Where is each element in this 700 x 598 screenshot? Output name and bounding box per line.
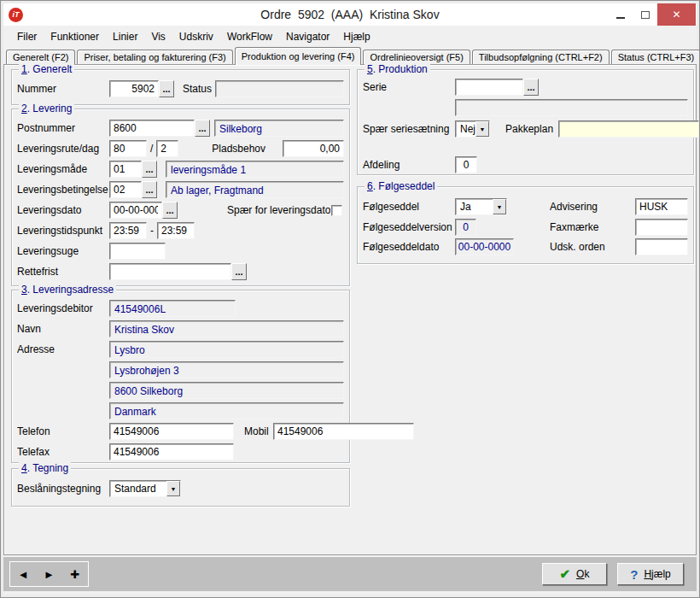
postnummer-label: Postnummer xyxy=(17,122,109,134)
maximize-button[interactable] xyxy=(633,3,657,26)
tab-produktion-levering[interactable]: Produktion og levering (F4) xyxy=(235,47,362,65)
chevron-down-icon[interactable]: ▼ xyxy=(166,481,180,496)
help-button[interactable]: ? Hjælp xyxy=(617,563,684,585)
bottom-bar: ◄ ► ✚ ✔ Ok ? Hjælp xyxy=(3,556,697,591)
beslaaningstegning-dropdown[interactable]: Standard ▼ xyxy=(109,480,181,497)
leveringsuge-input[interactable] xyxy=(109,243,166,260)
menu-filer[interactable]: Filer xyxy=(10,29,44,44)
leveringsmaade-input[interactable] xyxy=(109,161,142,178)
udsk-orden-label: Udsk. orden xyxy=(550,241,635,253)
menu-funktioner[interactable]: Funktioner xyxy=(44,29,106,44)
afdeling-input[interactable] xyxy=(455,156,477,173)
advisering-input[interactable] xyxy=(635,198,688,215)
spaer-leveringsdato-checkbox[interactable] xyxy=(331,205,342,216)
adresse1-display: Lysbro xyxy=(109,341,344,358)
status-label: Status xyxy=(183,83,215,95)
foelgeseddeldato-display: 00-00-0000 xyxy=(455,238,514,255)
previous-record-button[interactable]: ◄ xyxy=(14,568,32,581)
tab-generelt[interactable]: Generelt (F2) xyxy=(6,50,75,64)
record-navigator: ◄ ► ✚ xyxy=(9,561,89,587)
group-tegning-legend: 4. Tegning xyxy=(19,462,71,474)
next-record-button[interactable]: ► xyxy=(39,568,58,581)
menu-bar: Filer Funktioner Linier Vis Udskriv Work… xyxy=(3,27,697,46)
menu-vis[interactable]: Vis xyxy=(144,29,172,44)
tab-priser-betaling[interactable]: Priser, betaling og fakturering (F3) xyxy=(77,50,232,64)
rettefrist-input[interactable] xyxy=(109,263,231,280)
group-tegning: 4. Tegning Beslåningstegning Standard ▼ xyxy=(11,468,350,507)
leveringsbetingelse-browse-button[interactable]: ... xyxy=(142,181,157,198)
postnummer-browse-button[interactable]: ... xyxy=(195,120,210,137)
minimize-button[interactable] xyxy=(608,3,633,26)
udsk-orden-input[interactable] xyxy=(635,238,688,255)
nummer-browse-button[interactable]: ... xyxy=(159,80,174,97)
menu-workflow[interactable]: WorkFlow xyxy=(220,29,279,44)
leveringsdato-browse-button[interactable]: ... xyxy=(162,202,178,219)
tid-separator: - xyxy=(150,225,154,237)
spaer-leveringsdato-label: Spær for leveringsdato xyxy=(227,204,330,216)
ok-button[interactable]: ✔ Ok xyxy=(542,563,607,585)
leveringsbetingelse-label: Leveringsbetingelse xyxy=(17,184,109,196)
serie-input[interactable] xyxy=(455,79,523,96)
leveringsrute-label: Leveringsrute/dag xyxy=(17,143,109,155)
rute-dag-separator: / xyxy=(150,143,153,155)
beslaaningstegning-label: Beslåningstegning xyxy=(17,483,109,495)
leveringsdebitor-display: 41549006L xyxy=(109,300,236,317)
leveringsrute-input[interactable] xyxy=(109,140,147,157)
pladsbehov-label: Pladsbehov xyxy=(212,143,265,155)
app-logo-text: iT xyxy=(13,10,20,19)
pladsbehov-input[interactable] xyxy=(283,140,344,157)
chevron-down-icon[interactable]: ▼ xyxy=(493,199,506,214)
advisering-label: Advisering xyxy=(550,201,635,213)
postnummer-input[interactable] xyxy=(109,120,195,137)
nummer-label: Nummer xyxy=(17,83,109,95)
group-produktion-legend: 5. Produktion xyxy=(365,63,430,75)
telefax-input[interactable] xyxy=(109,443,234,460)
afdeling-label: Afdeling xyxy=(363,159,455,171)
serie-browse-button[interactable]: ... xyxy=(523,79,539,96)
leveringstid-fra-input[interactable] xyxy=(109,222,147,239)
mobil-input[interactable] xyxy=(273,423,414,440)
menu-hjaelp[interactable]: Hjælp xyxy=(336,29,376,44)
maximize-icon xyxy=(641,11,650,19)
leveringsbetingelse-display: Ab lager, Fragtmand xyxy=(166,181,344,198)
leveringsmaade-browse-button[interactable]: ... xyxy=(142,161,157,178)
spaer-seriesaetning-dropdown[interactable]: Nej ▼ xyxy=(455,120,490,138)
group-produktion: 5. Produktion Serie ... Spær seriesætnin… xyxy=(357,69,694,175)
pakkeplan-input[interactable] xyxy=(558,120,699,138)
menu-linier[interactable]: Linier xyxy=(106,29,144,44)
close-button[interactable]: ✕ xyxy=(657,3,696,26)
tab-tilbudsopfoelgning[interactable]: Tilbudsopfølgning (CTRL+F2) xyxy=(472,50,610,64)
mobil-label: Mobil xyxy=(244,425,273,437)
question-mark-icon: ? xyxy=(630,567,638,582)
menu-navigator[interactable]: Navigator xyxy=(279,29,336,44)
foelgeseddel-label: Følgeseddel xyxy=(363,201,455,213)
telefax-label: Telefax xyxy=(17,446,109,458)
tab-status[interactable]: Status (CTRL+F3) xyxy=(611,50,700,64)
pakkeplan-label: Pakkeplan xyxy=(505,123,558,135)
tab-content-panel: 1. Generelt Nummer ... Status 2. Leverin… xyxy=(3,64,697,555)
navn-label: Navn xyxy=(17,323,109,335)
nummer-input[interactable] xyxy=(109,80,159,97)
leveringsdato-input[interactable] xyxy=(109,202,162,219)
serie-text-display xyxy=(455,99,688,116)
leveringsdebitor-label: Leveringsdebitor xyxy=(17,302,109,314)
leveringsdag-input[interactable] xyxy=(156,140,178,157)
leveringstid-til-input[interactable] xyxy=(157,222,195,239)
adresse-label: Adresse xyxy=(17,343,109,355)
foelgeseddelversion-display: 0 xyxy=(455,219,476,236)
close-icon: ✕ xyxy=(672,9,680,21)
tab-ordrelinieoversigt[interactable]: Ordrelinieoversigt (F5) xyxy=(363,50,470,64)
foelgeseddel-dropdown[interactable]: Ja ▼ xyxy=(455,198,507,215)
rettefrist-browse-button[interactable]: ... xyxy=(231,263,247,280)
serie-label: Serie xyxy=(363,81,455,93)
faxmaerke-label: Faxmærke xyxy=(550,221,635,233)
menu-udskriv[interactable]: Udskriv xyxy=(172,29,220,44)
telefon-input[interactable] xyxy=(109,423,234,440)
group-levering: 2. Levering Postnummer ... Silkeborg Lev… xyxy=(11,108,350,286)
titlebar: iT Ordre 5902 (AAA) Kristina Skov ✕ xyxy=(3,3,697,26)
faxmaerke-input[interactable] xyxy=(635,219,688,236)
add-record-button[interactable]: ✚ xyxy=(66,568,85,581)
leveringsbetingelse-input[interactable] xyxy=(109,181,142,198)
chevron-down-icon[interactable]: ▼ xyxy=(475,121,489,137)
leveringsdato-label: Leveringsdato xyxy=(17,204,109,216)
